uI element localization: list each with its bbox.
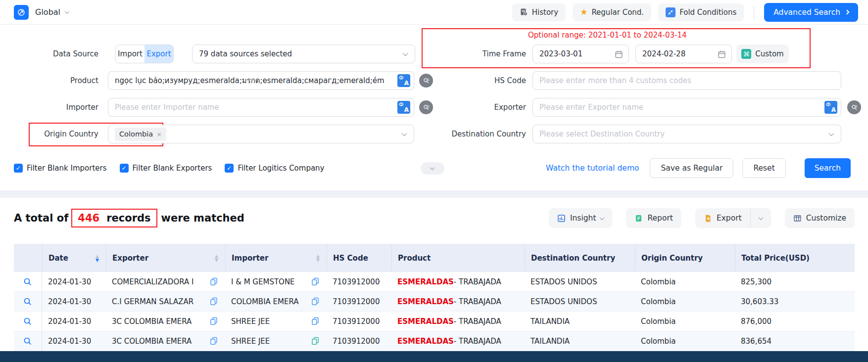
reset-button[interactable]: Reset <box>742 158 785 178</box>
checkbox-checked-icon: ✓ <box>225 164 234 173</box>
fuzzy-match-icon[interactable] <box>419 74 433 88</box>
tag-remove-icon[interactable]: × <box>156 131 162 138</box>
cell-importer: I & M GEMSTONE <box>225 272 327 291</box>
export-button[interactable]: Export <box>695 208 750 228</box>
copy-icon[interactable] <box>311 297 319 306</box>
chevron-down-icon <box>828 131 834 136</box>
row-detail-button[interactable] <box>14 292 42 311</box>
regular-cond-button[interactable]: ★ Regular Cond. <box>573 3 651 21</box>
copy-icon[interactable] <box>311 277 319 286</box>
translate-icon[interactable]: ФA <box>397 74 410 87</box>
cell-hs-code: 7103912000 <box>327 331 391 351</box>
cell-exporter: 3C COLOMBIA EMERA <box>106 312 225 331</box>
table-row: 2024-01-30 3C COLOMBIA EMERA SHREE JEE 7 <box>14 312 855 331</box>
topbar: Global History ★ Regular Cond. <box>0 0 868 25</box>
cell-date: 2024-01-30 <box>42 272 106 291</box>
copy-icon[interactable] <box>210 337 218 345</box>
cell-destination: ESTADOS UNIDOS <box>525 292 635 311</box>
cell-importer: SHREE JEE <box>225 312 327 331</box>
chevron-down-icon <box>402 50 408 56</box>
chevron-down-icon <box>758 215 763 220</box>
history-button[interactable]: History <box>512 3 566 21</box>
destination-country-select[interactable]: Please select Destination Country <box>532 125 841 143</box>
cell-total-price: 876,000 <box>735 312 855 331</box>
destination-placeholder: Please select Destination Country <box>539 130 665 138</box>
filter-blank-importers-checkbox[interactable]: ✓ Filter Blank Importers <box>14 164 107 173</box>
translate-icon[interactable]: ФA <box>824 101 837 114</box>
results-section: A total of 446 records were matched Insi… <box>0 198 868 352</box>
app-root: Global History ★ Regular Cond. <box>0 0 868 362</box>
results-actions: Insight Report <box>549 208 855 228</box>
export-options-button[interactable] <box>750 208 771 228</box>
copy-icon[interactable] <box>210 277 218 286</box>
insight-label: Insight <box>570 214 596 223</box>
data-sources-select[interactable]: 79 data sources selected <box>192 45 415 63</box>
header-destination-country: Destination Country <box>525 244 635 272</box>
import-toggle[interactable]: Import <box>116 45 145 63</box>
magnifier-icon <box>23 277 32 286</box>
exporter-input[interactable] <box>532 98 841 117</box>
topbar-actions: History ★ Regular Cond. Fold Conditions … <box>512 3 858 22</box>
origin-country-select[interactable]: Colombia × <box>108 125 414 143</box>
copy-icon[interactable] <box>210 297 218 306</box>
hs-code-input[interactable] <box>532 71 841 90</box>
command-icon: ⌘ <box>741 49 751 59</box>
search-button[interactable]: Search <box>805 158 851 178</box>
header-exporter[interactable]: Exporter ▲▼ <box>106 244 225 272</box>
cell-origin: Colombia <box>635 292 735 311</box>
hs-code-label: HS Code <box>435 76 532 85</box>
fold-conditions-button[interactable]: Fold Conditions <box>658 3 744 21</box>
insight-button[interactable]: Insight <box>549 208 613 228</box>
filter-section: Optional range: 2021-01-01 to 2024-03-14… <box>0 25 868 178</box>
row-detail-button[interactable] <box>14 331 42 351</box>
collapse-conditions-button[interactable] <box>421 162 444 175</box>
footer-bar <box>0 351 868 362</box>
topbar-divider <box>754 6 754 19</box>
magnifier-icon <box>23 337 32 346</box>
cell-product: ESMERALDAS - TRABAJADA <box>391 331 525 351</box>
origin-country-label: Origin Country <box>0 130 108 138</box>
fuzzy-match-icon[interactable] <box>419 100 433 114</box>
fuzzy-match-icon[interactable] <box>847 100 861 114</box>
date-to-value: 2024-02-28 <box>642 49 685 58</box>
row-detail-button[interactable] <box>14 312 42 331</box>
cell-product: ESMERALDAS - TRABAJADA <box>391 292 525 311</box>
chevron-down-icon <box>430 165 435 170</box>
globe-arrow-icon <box>17 8 26 17</box>
app-logo-icon[interactable] <box>14 5 29 20</box>
sort-importer-control[interactable]: ▲▼ <box>316 254 320 262</box>
header-date[interactable]: Date ▲▼ <box>42 244 106 272</box>
copy-icon[interactable] <box>210 317 218 325</box>
sort-date-control[interactable]: ▲▼ <box>96 254 99 262</box>
filter-blank-exporters-label: Filter Blank Exporters <box>133 164 212 173</box>
sort-exporter-control[interactable]: ▲▼ <box>215 254 218 262</box>
filter-logistics-company-checkbox[interactable]: ✓ Filter Logitics Company <box>225 164 324 173</box>
region-selector[interactable]: Global <box>35 7 69 17</box>
date-to-picker[interactable]: 2024-02-28 <box>635 45 732 63</box>
customize-button[interactable]: Customize <box>785 208 855 228</box>
translate-icon[interactable]: ФA <box>397 101 410 114</box>
save-as-regular-button[interactable]: Save as Regular <box>650 158 733 178</box>
data-sources-value: 79 data sources selected <box>199 49 292 58</box>
cell-product: ESMERALDAS - TRABAJADA <box>391 272 525 291</box>
row-detail-button[interactable] <box>14 272 42 291</box>
table-row: 2024-01-30 3C COLOMBIA EMERA SHREE JEE 7 <box>14 331 855 351</box>
date-from-picker[interactable]: 2023-03-01 <box>532 45 629 63</box>
header-importer[interactable]: Importer ▲▼ <box>225 244 327 272</box>
copy-icon[interactable] <box>311 317 319 325</box>
fold-conditions-label: Fold Conditions <box>679 8 736 17</box>
custom-range-button[interactable]: ⌘ Custom <box>736 45 789 63</box>
optional-range-note: Optional range: 2021-01-01 to 2024-03-14 <box>528 31 687 40</box>
filter-blank-exporters-checkbox[interactable]: ✓ Filter Blank Exporters <box>120 164 212 173</box>
export-toggle[interactable]: Export <box>145 45 173 63</box>
origin-country-tag-label: Colombia <box>119 130 153 138</box>
advanced-search-button[interactable]: Advanced Search <box>764 3 858 22</box>
cell-date: 2024-01-30 <box>42 312 106 331</box>
copy-icon[interactable] <box>311 337 319 345</box>
report-button[interactable]: Report <box>626 208 681 228</box>
importer-input[interactable] <box>108 98 414 117</box>
product-input[interactable] <box>108 71 414 90</box>
tutorial-demo-link[interactable]: Watch the tutorial demo <box>546 164 639 173</box>
cell-total-price: 825,300 <box>735 272 855 291</box>
time-frame-label: Time Frame <box>435 49 532 58</box>
